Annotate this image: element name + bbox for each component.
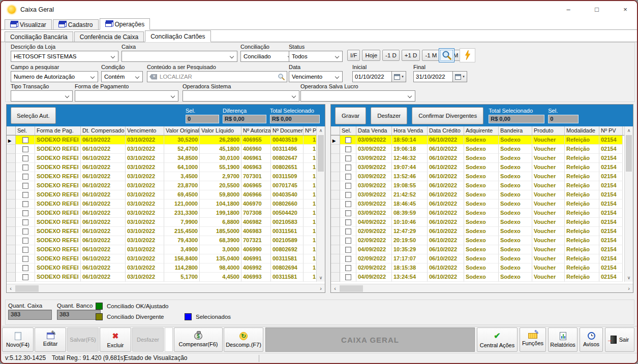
campo-select[interactable]: Numero de Autorização <box>11 71 98 82</box>
table-row[interactable]: 02/09/202217:17:0706/10/2022SodexoSodexo… <box>331 254 624 263</box>
checkbox[interactable] <box>345 265 351 271</box>
table-row[interactable]: SODEXO REFEI06/10/202203/10/20223,45002,… <box>7 172 316 181</box>
avisos-button[interactable]: Avisos <box>580 327 603 352</box>
table-row[interactable]: SODEXO REFEI06/10/202203/10/20225,17004,… <box>7 273 316 282</box>
table-row[interactable]: SODEXO REFEI06/10/202203/10/20227,99006,… <box>7 218 316 227</box>
table-row[interactable]: ▶SODEXO REFEI06/10/202203/10/202230,5200… <box>7 136 316 145</box>
quick-button-i-f[interactable]: I/F <box>347 50 360 61</box>
table-row[interactable]: SODEXO REFEI06/10/202203/10/202252,47004… <box>7 145 316 154</box>
table-row[interactable]: 03/09/202213:52:4606/10/2022SodexoSodexo… <box>331 172 624 181</box>
scroll-down-icon[interactable]: ∨ <box>625 274 633 282</box>
sair-button[interactable]: Sair <box>605 327 634 352</box>
table-row[interactable]: 03/09/202208:39:5906/10/2022SodexoSodexo… <box>331 209 624 218</box>
checkbox[interactable] <box>22 174 28 180</box>
quick-button-1-m[interactable]: -1 M <box>422 50 440 61</box>
column-header[interactable]: Data Crédito <box>428 126 464 135</box>
maximize-button[interactable]: □ <box>593 6 600 13</box>
checkbox[interactable] <box>22 137 28 143</box>
right-vertical-scrollbar[interactable]: ∧ ∨ <box>624 126 633 282</box>
checkbox[interactable] <box>22 192 28 198</box>
scroll-up-icon[interactable]: ∧ <box>317 126 325 135</box>
column-header[interactable]: Sel. <box>16 126 35 135</box>
column-header[interactable]: Data Venda <box>356 126 392 135</box>
column-header[interactable]: Forma de Pag. <box>35 126 81 135</box>
column-header[interactable]: Produto <box>532 126 565 135</box>
checkbox[interactable] <box>22 265 28 271</box>
scroll-left-icon[interactable]: ‹ <box>7 284 15 292</box>
clear-icon[interactable]: ✕ <box>149 74 157 80</box>
inicial-date-input[interactable]: 01/10/2022 <box>352 71 392 82</box>
tab-visualizar[interactable]: Visualizar <box>5 19 52 29</box>
forma-pagamento-select[interactable] <box>75 90 178 102</box>
column-header[interactable]: Dt. Compensado <box>81 126 126 135</box>
novo-f4-button[interactable]: Novo(F4) <box>2 327 34 352</box>
checkbox[interactable] <box>345 238 351 244</box>
table-row[interactable]: 02/09/202220:19:5006/10/2022SodexoSodexo… <box>331 236 624 245</box>
confirmar-divergentes-button[interactable]: Confirmar Divergentes <box>412 107 483 124</box>
minimize-button[interactable]: – <box>565 6 572 13</box>
tipo-transacao-select[interactable] <box>11 90 73 102</box>
table-row[interactable]: 04/09/202210:35:2906/10/2022SodexoSodexo… <box>331 245 624 254</box>
checkbox[interactable] <box>22 183 28 189</box>
conciliacao-select[interactable]: Conciliado <box>240 51 295 62</box>
subtab-conciliacao-bancaria[interactable]: Conciliação Bancária <box>5 31 73 42</box>
checkbox[interactable] <box>345 247 351 253</box>
checkbox[interactable] <box>345 174 351 180</box>
scrollbar-thumb[interactable] <box>318 135 324 172</box>
table-row[interactable]: SODEXO REFEI06/10/202203/10/2022215,4500… <box>7 227 316 236</box>
checkbox[interactable] <box>345 210 351 216</box>
table-row[interactable]: SODEXO REFEI06/10/202203/10/2022156,8400… <box>7 254 316 263</box>
table-row[interactable]: 04/09/202213:24:5406/10/2022SodexoSodexo… <box>331 273 624 282</box>
condicao-select[interactable]: Contém <box>101 71 143 82</box>
tab-cadastro[interactable]: Cadastro <box>53 19 99 29</box>
inline-search-icon[interactable] <box>278 73 285 83</box>
inicial-calendar-button[interactable]: ▾ <box>392 71 406 82</box>
search-input[interactable]: ✕ LOCALIZAR <box>147 71 287 82</box>
table-row[interactable]: 03/09/202221:42:5206/10/2022SodexoSodexo… <box>331 190 624 200</box>
table-row[interactable]: 03/09/202219:08:5506/10/2022SodexoSodexo… <box>331 181 624 190</box>
table-row[interactable]: SODEXO REFEI06/10/202203/10/2022121,0000… <box>7 200 316 209</box>
column-header[interactable]: Nº Documen <box>271 126 303 135</box>
subtab-conferencia-de-caixa[interactable]: Conferência de Caixa <box>74 31 144 42</box>
checkbox[interactable] <box>345 201 351 207</box>
column-header[interactable]: Modalidade <box>565 126 599 135</box>
quick-button-hoje[interactable]: Hoje <box>362 50 380 61</box>
checkbox[interactable] <box>345 146 351 152</box>
table-row[interactable]: SODEXO REFEI06/10/202203/10/2022231,3300… <box>7 209 316 218</box>
table-row[interactable]: SODEXO REFEI06/10/202203/10/202223,87002… <box>7 181 316 190</box>
table-row[interactable]: 03/09/202212:46:3206/10/2022SodexoSodexo… <box>331 154 624 163</box>
checkbox[interactable] <box>22 228 28 235</box>
checkbox[interactable] <box>22 164 28 171</box>
checkbox[interactable] <box>345 219 351 225</box>
checkbox[interactable] <box>22 238 28 244</box>
checkbox[interactable] <box>22 210 28 216</box>
desfazer-button[interactable]: Desfazer <box>371 107 407 124</box>
table-row[interactable]: ▶03/09/202218:50:1406/10/2022SodexoSodex… <box>331 136 624 145</box>
left-vertical-scrollbar[interactable]: ∧ ∨ <box>316 126 325 282</box>
editar-button[interactable]: Editar <box>35 327 66 352</box>
search-button[interactable] <box>439 48 454 62</box>
subtab-conciliacao-cartoes[interactable]: Conciliação Cartões <box>145 30 210 42</box>
checkbox[interactable] <box>345 155 351 161</box>
data-select[interactable]: Vencimento <box>289 71 343 82</box>
table-row[interactable]: SODEXO REFEI06/10/202203/10/2022114,2800… <box>7 263 316 273</box>
checkbox[interactable] <box>22 274 28 280</box>
column-header[interactable]: Valor Original <box>164 126 200 135</box>
checkbox[interactable] <box>345 183 351 189</box>
column-header[interactable]: Adquirente <box>464 126 499 135</box>
checkbox[interactable] <box>345 274 351 280</box>
table-row[interactable]: SODEXO REFEI06/10/202203/10/202234,85003… <box>7 154 316 163</box>
column-header[interactable]: Nº Autorizaç <box>241 126 271 135</box>
loja-select[interactable]: HETOSOFT SISTEMAS <box>11 51 118 62</box>
column-header[interactable]: Vencimento <box>126 126 164 135</box>
scroll-right-icon[interactable]: › <box>625 284 633 292</box>
status-select[interactable]: Todos <box>289 51 343 62</box>
checkbox[interactable] <box>345 137 351 143</box>
table-row[interactable]: 03/09/202219:06:1806/10/2022SodexoSodexo… <box>331 145 624 154</box>
scrollbar-thumb[interactable] <box>340 285 363 292</box>
checkbox[interactable] <box>345 228 351 235</box>
table-row[interactable]: SODEXO REFEI06/10/202203/10/20223,49003,… <box>7 245 316 254</box>
checkbox[interactable] <box>345 256 351 262</box>
lightning-button[interactable] <box>460 48 475 62</box>
column-header[interactable]: Nº PV <box>599 126 623 135</box>
